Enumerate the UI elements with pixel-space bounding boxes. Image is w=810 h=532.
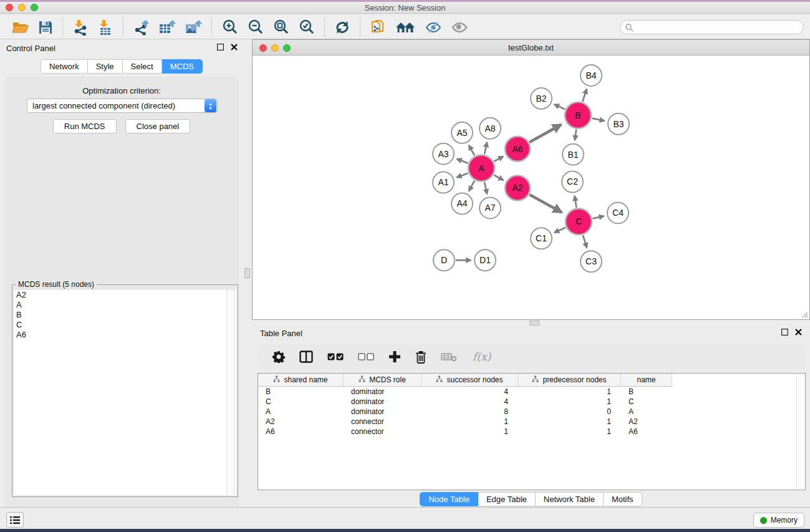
close-panel-button[interactable]: Close panel — [125, 119, 191, 133]
tab-select[interactable]: Select — [123, 59, 162, 74]
mcds-list-scrollbar[interactable] — [226, 290, 234, 495]
edge-A-A8[interactable] — [485, 142, 487, 154]
tab-mcds[interactable]: MCDS — [162, 59, 203, 74]
vertical-splitter[interactable] — [243, 39, 252, 506]
node-C2[interactable]: C2 — [562, 172, 583, 193]
tab-style[interactable]: Style — [88, 59, 123, 74]
export-table-button[interactable] — [154, 17, 180, 37]
edge-A-A5[interactable] — [469, 145, 475, 156]
select-all-button[interactable] — [324, 347, 347, 366]
resize-grip-icon[interactable] — [801, 311, 808, 318]
tab-node-table[interactable]: Node Table — [420, 492, 478, 506]
tab-motifs[interactable]: Motifs — [604, 492, 642, 506]
table-settings-button[interactable] — [269, 347, 289, 366]
column-header-predecessor-nodes[interactable]: predecessor nodes — [518, 374, 621, 387]
mcds-result-item[interactable]: B — [14, 310, 236, 320]
criterion-dropdown[interactable]: largest connected component (directed) ▲… — [27, 99, 218, 113]
node-B2[interactable]: B2 — [531, 88, 552, 109]
export-image-button[interactable] — [180, 17, 206, 37]
node-C[interactable]: C — [566, 208, 592, 235]
node-A8[interactable]: A8 — [480, 118, 501, 139]
node-table[interactable]: shared nameMCDS rolesuccessor nodesprede… — [258, 373, 806, 490]
show-graphics-details-button[interactable] — [446, 17, 473, 37]
table-row[interactable]: Cdominator41C — [258, 397, 805, 407]
node-A5[interactable]: A5 — [451, 122, 473, 143]
delete-table-button[interactable] — [437, 347, 461, 366]
search-field[interactable] — [620, 20, 804, 34]
close-panel-icon[interactable] — [230, 43, 238, 51]
node-A4[interactable]: A4 — [451, 193, 473, 214]
mcds-result-item[interactable]: A6 — [14, 330, 236, 340]
node-B[interactable]: B — [565, 102, 591, 128]
mcds-result-item[interactable]: C — [14, 320, 236, 330]
float-table-panel-icon[interactable] — [781, 328, 789, 336]
node-D[interactable]: D — [433, 249, 455, 271]
zoom-in-button[interactable] — [217, 17, 243, 37]
node-B1[interactable]: B1 — [562, 144, 584, 165]
run-mcds-button[interactable]: Run MCDS — [53, 119, 117, 133]
node-B3[interactable]: B3 — [608, 114, 629, 135]
node-A2[interactable]: A2 — [505, 176, 530, 201]
save-session-button[interactable] — [34, 17, 57, 37]
close-table-panel-icon[interactable] — [794, 328, 803, 336]
import-table-button[interactable] — [93, 17, 118, 37]
table-row[interactable]: A6connector11A6 — [258, 427, 805, 437]
edge-C-C4[interactable] — [592, 216, 604, 218]
node-A3[interactable]: A3 — [433, 143, 454, 165]
refresh-button[interactable] — [330, 17, 355, 37]
table-row[interactable]: Bdominator41B — [258, 387, 805, 397]
zoom-fit-button[interactable] — [268, 17, 294, 37]
column-header-MCDS-role[interactable]: MCDS role — [344, 374, 422, 387]
column-header-shared-name[interactable]: shared name — [258, 374, 344, 387]
memory-button[interactable]: Memory — [753, 513, 804, 528]
edge-A2-C[interactable] — [529, 195, 561, 212]
zoom-selected-button[interactable] — [294, 17, 319, 37]
edge-A-A1[interactable] — [456, 173, 468, 178]
table-row[interactable]: Adominator80A — [258, 407, 805, 417]
duplicate-network-button[interactable] — [365, 17, 390, 37]
edge-A-A3[interactable] — [456, 159, 468, 163]
edge-A-A2[interactable] — [494, 175, 503, 180]
edge-B-B2[interactable] — [554, 104, 565, 109]
node-D1[interactable]: D1 — [475, 249, 496, 271]
open-session-button[interactable] — [7, 17, 34, 37]
deselect-all-button[interactable] — [354, 347, 378, 366]
node-C3[interactable]: C3 — [581, 251, 602, 272]
network-window-titlebar[interactable]: testGlobe.txt — [253, 40, 809, 56]
add-column-button[interactable] — [385, 347, 405, 366]
mcds-result-item[interactable]: A2 — [14, 290, 236, 300]
network-canvas[interactable]: B4B2BB3A8A5A6B1A3AA1C2A2A4A7C4CC1C3DD1 — [253, 56, 809, 319]
splitter-handle[interactable] — [244, 268, 250, 278]
zoom-out-button[interactable] — [243, 17, 268, 37]
tab-network-table[interactable]: Network Table — [536, 492, 604, 506]
edge-B-B4[interactable] — [582, 89, 587, 102]
home-views-button[interactable] — [390, 17, 420, 37]
table-row[interactable]: A2connector11A2 — [258, 417, 805, 427]
edge-C-C1[interactable] — [554, 228, 566, 233]
edge-A-A6[interactable] — [494, 157, 503, 162]
column-header-name[interactable]: name — [621, 374, 672, 387]
function-builder-button[interactable]: f(x) — [468, 347, 494, 366]
horizontal-splitter-handle[interactable] — [529, 321, 539, 326]
edge-C-C3[interactable] — [583, 235, 587, 248]
mcds-result-list[interactable]: A2ABCA6 — [14, 290, 236, 495]
float-panel-icon[interactable] — [216, 43, 224, 51]
node-A7[interactable]: A7 — [480, 197, 501, 218]
search-input[interactable] — [634, 22, 803, 33]
mcds-result-item[interactable]: A — [14, 300, 236, 310]
edge-B-B1[interactable] — [575, 130, 576, 140]
node-C1[interactable]: C1 — [531, 228, 552, 249]
node-B4[interactable]: B4 — [581, 65, 602, 86]
task-history-button[interactable] — [6, 512, 24, 528]
delete-column-button[interactable] — [412, 347, 430, 366]
column-header-successor-nodes[interactable]: successor nodes — [422, 374, 518, 387]
show-columns-button[interactable] — [296, 347, 317, 366]
edge-A-A4[interactable] — [469, 181, 475, 191]
table-scrollbar[interactable] — [796, 374, 804, 489]
node-A1[interactable]: A1 — [433, 172, 454, 193]
edge-B-B3[interactable] — [592, 118, 604, 121]
node-A[interactable]: A — [468, 155, 494, 181]
tab-network[interactable]: Network — [41, 59, 88, 74]
import-network-button[interactable] — [68, 17, 93, 37]
edge-A6-B[interactable] — [529, 125, 561, 142]
